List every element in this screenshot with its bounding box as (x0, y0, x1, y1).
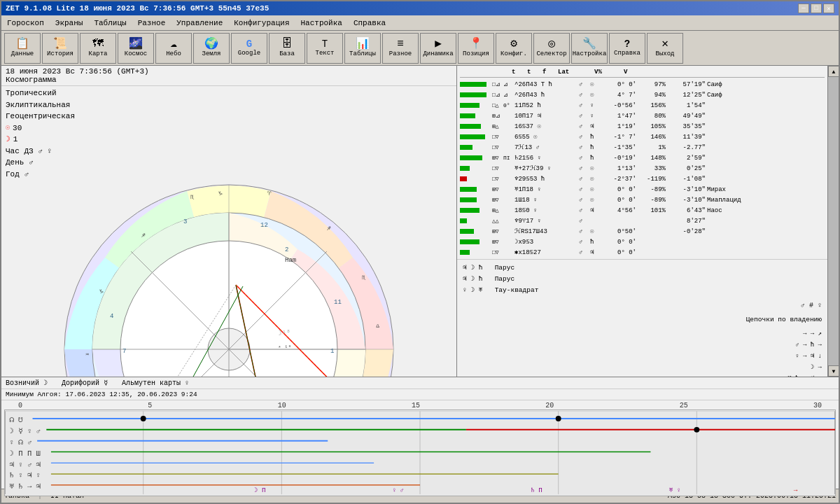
tool-help[interactable]: ?Справка (609, 33, 645, 64)
scale-30: 30 (813, 402, 822, 410)
aspect-row: □⊿ ⊿ ^26Π43 ħ ♂ ☉ 4° 7' 94% 12'25" Саиф (460, 90, 825, 100)
tool-sky-label: Небо (166, 50, 181, 57)
dynamic-icon: ▶ (435, 38, 442, 50)
svg-text:11: 11 (334, 299, 342, 306)
menu-tablicy[interactable]: Таблицы (91, 18, 129, 28)
misc-icon: ≡ (397, 38, 404, 50)
scroll-track[interactable] (828, 77, 839, 365)
tool-config[interactable]: ⚙Конфиг. (496, 33, 532, 64)
bar-fill (460, 176, 467, 181)
app-window: ZET 9.1.08 Lite 18 июня 2023 Вс 7:36:56 … (0, 0, 840, 504)
bar-container (460, 197, 491, 202)
aspects-table: t t f Lat V% V □⊿ ⊿ ^26Π43 T ħ (457, 66, 827, 259)
label-ecliptic: Эклиптикальная (6, 99, 70, 111)
bar-container (460, 92, 491, 97)
config-icon: ⚙ (510, 38, 517, 50)
tool-text[interactable]: TТекст (307, 33, 343, 64)
col-header-f: f (542, 69, 556, 76)
menu-konfiguracia[interactable]: Конфигурация (231, 18, 292, 28)
svg-text:♀ ☊ ♂: ♀ ☊ ♂ (10, 438, 32, 447)
scale-20: 20 (545, 402, 554, 410)
aspect-row: ⊞⊿ 10Π17 ♃ ♂ ♀ 1°47' 80% 49'49" (460, 111, 825, 121)
tool-misc-label: Разное (389, 50, 412, 57)
pattern-row-1: ♃ ☽ ħ Парус (463, 262, 822, 274)
menu-gorioscop[interactable]: Гороскоп (4, 18, 47, 28)
tool-google[interactable]: GGoogle (231, 33, 267, 64)
voznichy-label: Возничий ☽ (6, 379, 48, 387)
menu-spravka[interactable]: Справка (351, 18, 388, 28)
chart-labels: Тропический Эклиптикальная Геоцентрическ… (1, 86, 456, 181)
svg-point-84 (141, 416, 146, 421)
bar-fill (460, 155, 482, 160)
tool-data[interactable]: 📋Данные (4, 33, 41, 64)
menu-nastrojka[interactable]: Настройка (298, 18, 344, 28)
almuten-label: Альмутен карты ♀ (122, 379, 189, 387)
bar-fill (460, 103, 479, 108)
tool-dynamic-label: Динамика (423, 50, 453, 57)
tool-cosmos-label: Космос (125, 50, 147, 57)
svg-text:1: 1 (330, 348, 334, 355)
tool-cosmos[interactable]: 🌌Космос (118, 33, 154, 64)
bar-fill (460, 92, 486, 97)
label-moon: 1 (13, 134, 18, 146)
scroll-down-button[interactable]: ▼ (828, 365, 839, 377)
svg-point-86 (694, 427, 699, 433)
minimum-text: Минимум Алгоя: 17.06.2023 12:35, 20.06.2… (6, 391, 197, 398)
right-panel: t t f Lat V% V □⊿ ⊿ ^26Π43 T ħ (456, 66, 827, 377)
tool-misc[interactable]: ≡Разное (382, 33, 419, 64)
svg-point-85 (556, 416, 561, 421)
tool-sky[interactable]: ☁Небо (155, 33, 192, 64)
svg-text:2: 2 (285, 246, 288, 253)
scale-15: 15 (412, 402, 420, 410)
tool-position[interactable]: 📍Позиция (458, 33, 494, 64)
scroll-up-button[interactable]: ▲ (828, 66, 839, 77)
svg-text:☽ Π: ☽ Π (254, 486, 266, 494)
menu-ekrany[interactable]: Экраны (52, 18, 86, 28)
close-button[interactable]: ✕ (823, 4, 834, 13)
bar-fill (460, 208, 479, 213)
maximize-button[interactable]: □ (811, 4, 822, 13)
svg-text:♐: ♐ (327, 225, 331, 232)
history-icon: 📜 (53, 38, 67, 50)
bar-container (460, 229, 491, 234)
position-icon: 📍 (469, 38, 483, 50)
menu-upravlenie[interactable]: Управление (174, 18, 225, 28)
tool-earth[interactable]: 🌍Земля (193, 33, 230, 64)
svg-text:☽¹⁸: ☽¹⁸ (278, 330, 290, 337)
svg-text:☽ ☿ ♀ ♂: ☽ ☿ ♀ ♂ (10, 427, 41, 435)
label-tropical: Тропический (6, 88, 57, 99)
left-panel: 18 июня 2023 Вс 7:36:56 (GMT+3) Космогра… (1, 66, 456, 377)
bar-container (460, 218, 491, 223)
bar-fill (460, 250, 470, 255)
svg-text:♏: ♏ (190, 194, 195, 201)
tool-selector[interactable]: ◎Селектор (533, 33, 570, 64)
title-bar: ZET 9.1.08 Lite 18 июня 2023 Вс 7:36:56 … (1, 1, 839, 15)
timeline-svg: ☊ ☋ ☽ ☿ ♀ ♂ ♀ ☊ ♂ ☽ Π Π Ш ♃ ♀ ♂ ♃ (5, 410, 835, 496)
bar-fill (460, 239, 479, 244)
menu-raznoe[interactable]: Разное (135, 18, 169, 28)
earth-icon: 🌍 (204, 38, 218, 50)
tool-help-label: Справка (614, 50, 640, 57)
chart-datetime: 18 июня 2023 Вс 7:36:56 (GMT+3) (6, 67, 149, 76)
tool-map[interactable]: 🗺Карта (80, 33, 116, 64)
tool-config-label: Конфиг. (500, 50, 527, 57)
tool-dynamic[interactable]: ▶Динамика (420, 33, 456, 64)
scale-10: 10 (278, 402, 286, 410)
chart-info: 18 июня 2023 Вс 7:36:56 (GMT+3) Космогра… (1, 66, 456, 86)
svg-text:♐: ♐ (141, 232, 146, 239)
tool-exit[interactable]: ✕Выход (647, 33, 683, 64)
tool-history[interactable]: 📜История (42, 33, 78, 64)
aspect-row: □⊿ ⊿ ^26Π43 T ħ ♂ ☉ 0° 0' 97% 57'19" Саи… (460, 79, 825, 90)
exit-icon: ✕ (662, 38, 668, 50)
bar-container (460, 103, 491, 108)
gender-symbols: ♂ # ♀ (463, 300, 822, 312)
minimize-button[interactable]: ─ (798, 4, 809, 13)
moon-symbol: ☽ (6, 134, 10, 146)
tool-settings[interactable]: 🔧Настройка (571, 33, 608, 64)
tool-base[interactable]: 🗄База (269, 33, 305, 64)
svg-text:♑: ♑ (99, 288, 104, 295)
tool-tables[interactable]: 📊Таблицы (344, 33, 381, 64)
timeline-content: ☊ ☋ ☽ ☿ ♀ ♂ ♀ ☊ ♂ ☽ Π Π Ш ♃ ♀ ♂ ♃ (4, 410, 836, 496)
bar-container (460, 166, 491, 171)
aspect-row: ⊞△ 16♋37 ☉ ♂ ♃ 1°19' 105% 35'35" (460, 121, 825, 132)
